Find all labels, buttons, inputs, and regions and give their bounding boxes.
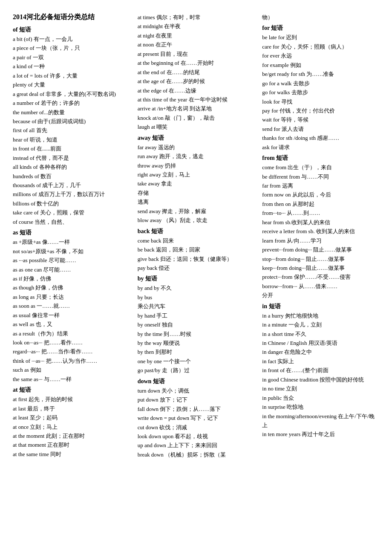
list-item: by oneself 独自 xyxy=(138,320,255,329)
list-item: as if 好像，仿佛 xyxy=(13,274,130,283)
list-item: instead of 代替，而不是 xyxy=(13,153,130,162)
list-item: at the beginning of 在……开始时 xyxy=(138,58,255,67)
list-item: as well as 也，又 xyxy=(13,320,130,329)
list-item: the same as··· 与……一样 xyxy=(13,375,130,384)
list-item: a kind of 一种 xyxy=(13,62,130,71)
list-item: not so/as+原级+as 不像，不如 xyxy=(13,247,130,256)
column-3: 物）for 短语be late for 迟到care for 关心，关怀；照顾（… xyxy=(262,13,379,459)
column-1: 2014河北必备短语分类总结of 短语a bit (of) 有一点，一会儿a p… xyxy=(13,13,130,459)
list-item: a bit (of) 有一点，一会儿 xyxy=(13,35,130,43)
list-item: arrive at /in+地方名词 到达某地 xyxy=(138,104,255,113)
list-item: up and down 上上下下；来来回回 xyxy=(138,441,255,450)
list-item: in the morning/afternoon/evening 在上午/下午/… xyxy=(262,412,379,430)
list-item: send away 撵走，开除，解雇 xyxy=(138,207,255,216)
list-item: at the end of 在……的结尾 xyxy=(138,68,255,77)
list-item: for ever 永远 xyxy=(262,51,379,60)
list-item: run away 跑开，流失，逃走 xyxy=(138,152,255,161)
list-item: right away 立刻，马上 xyxy=(138,170,255,179)
list-item: go for walks 去散步 xyxy=(262,88,379,97)
list-item: from···to··· 从……到…… xyxy=(262,208,379,217)
list-item: at noon 在正午 xyxy=(138,40,255,49)
list-item: laugh at 嘲笑 xyxy=(138,122,255,131)
list-item: by the time 到……时候 xyxy=(138,330,255,338)
list-item: be different from 与……不同 xyxy=(262,172,379,181)
list-item: care for 关心，关怀；照顾（病人） xyxy=(262,42,379,51)
list-item: go past/by 走（路）过 xyxy=(138,366,255,375)
list-item: in Chinese / English 用汉语/英语 xyxy=(262,338,379,347)
list-item: far away 遥远的 xyxy=(138,143,255,152)
section-heading: in 短语 xyxy=(262,303,379,310)
list-item: as as one can 尽可能…… xyxy=(13,265,130,274)
list-item: at once 立刻；马上 xyxy=(13,422,130,431)
list-item: for example 例如 xyxy=(262,61,379,69)
list-item: millions of 成百万上千万，数以百万计 xyxy=(13,190,130,199)
list-item: at times 偶尔；有时，时常 xyxy=(138,13,255,22)
list-item: in fact 实际上 xyxy=(262,357,379,366)
list-item: hundreds of 数百 xyxy=(13,172,130,181)
list-item: by then 到那时 xyxy=(138,347,255,356)
column-2: at times 偶尔；有时，时常at midnight 在半夜at night… xyxy=(138,13,255,459)
list-item: as a result（作为）结果 xyxy=(13,329,130,338)
list-item: form now on 从此以后，今后 xyxy=(262,190,379,199)
list-item: at this time of the year 在一年中这时候 xyxy=(138,95,255,104)
list-item: be back 返回，回来；回家 xyxy=(138,245,255,254)
list-item: hear from sb.收到某人的来信 xyxy=(262,218,379,227)
section-heading: by 短语 xyxy=(138,275,255,283)
list-item: throw away 扔掉 xyxy=(138,161,255,170)
list-item: in front of 在……(整个)前面 xyxy=(262,366,379,375)
list-item: in good Chinese tradition 按照中国的好传统 xyxy=(262,375,379,384)
section-heading: for 短语 xyxy=(262,24,379,32)
list-item: in surprise 吃惊地 xyxy=(262,402,379,411)
list-item: receive a letter from sb. 收到某人的来信 xyxy=(262,227,379,236)
list-item: billions of 数十亿的 xyxy=(13,199,130,208)
list-item: come from 出生（于），来自 xyxy=(262,163,379,172)
page-container: 2014河北必备短语分类总结of 短语a bit (of) 有一点，一会儿a p… xyxy=(13,13,379,459)
list-item: at least 至少；起码 xyxy=(13,413,130,422)
list-item: in danger 在危险之中 xyxy=(262,347,379,356)
list-item: protect···from 保护……/不受……侵害 xyxy=(262,272,379,281)
list-item: at the age of 在……岁的时候 xyxy=(138,77,255,86)
list-item: a lot of = lots of 许多，大量 xyxy=(13,71,130,80)
list-item: send for 派人去请 xyxy=(262,124,379,133)
list-item: break down （机械）损坏；拆散（某 xyxy=(138,450,255,459)
list-item: in front of 在......前面 xyxy=(13,144,130,153)
list-item: as though 好像，仿佛 xyxy=(13,283,130,292)
list-item: a number of 若干的；许多的 xyxy=(13,98,130,107)
list-item: take away 拿走 xyxy=(138,179,255,188)
list-item: as +原级+as 像……一样 xyxy=(13,237,130,246)
list-item: as soon as 一……就…… xyxy=(13,301,130,310)
list-item: cut down 砍伐；消减 xyxy=(138,423,255,432)
list-item: 分开 xyxy=(262,291,379,300)
list-item: a pair of 一双 xyxy=(13,53,130,62)
section-heading: as 短语 xyxy=(13,229,130,237)
list-item: in public 当众 xyxy=(262,393,379,402)
list-item: one by one 一个接一个 xyxy=(138,357,255,366)
list-item: keep···from doing···阻止……做某事 xyxy=(262,263,379,272)
list-item: a piece of 一块（张，片，只 xyxy=(13,43,130,52)
list-item: pay for 付钱，支付；付出代价 xyxy=(262,106,379,115)
list-item: of course 当然，自然、 xyxy=(13,217,130,226)
list-item: pay back 偿还 xyxy=(138,263,255,272)
list-item: in a short time 不久 xyxy=(262,330,379,338)
section-heading: from 短语 xyxy=(262,154,379,162)
list-item: knock at/on 敲（门，窗），敲击 xyxy=(138,113,255,122)
list-item: in no time 立刻 xyxy=(262,384,379,393)
list-item: hear of 听说，知道 xyxy=(13,135,130,144)
list-item: at night 在夜里 xyxy=(138,31,255,40)
section-heading: of 短语 xyxy=(13,26,130,34)
list-item: go for a walk 去散步 xyxy=(262,79,379,88)
list-item: put down 放下；记下 xyxy=(138,395,255,404)
list-item: by and by 不久 xyxy=(138,283,255,292)
list-item: borrow···from··· 从……借来…… xyxy=(262,282,379,291)
list-item: look for 寻找 xyxy=(262,97,379,106)
list-item: come back 回来 xyxy=(138,236,255,245)
main-title: 2014河北必备短语分类总结 xyxy=(13,13,130,22)
list-item: in a minute 一会儿，立刻 xyxy=(262,320,379,329)
list-item: in ten more years 再过十年之后 xyxy=(262,430,379,439)
list-item: plenty of 大量 xyxy=(13,80,130,89)
list-item: blow away （风）刮走，吹走 xyxy=(138,216,255,225)
list-item: regard···as··· 把……当作/看作…… xyxy=(13,347,130,356)
list-item: because of 由于(后跟词或词组) xyxy=(13,117,130,126)
list-item: 物） xyxy=(262,13,379,22)
list-item: at first 起先，开始的时候 xyxy=(13,395,130,404)
